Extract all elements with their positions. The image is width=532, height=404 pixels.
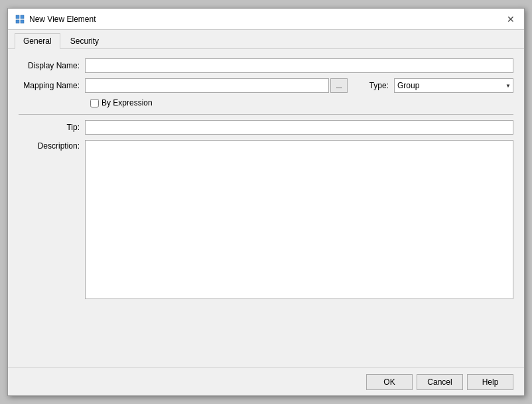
display-name-row: Display Name: [19,58,513,73]
tip-label: Tip: [19,123,85,132]
by-expression-label[interactable]: By Expression [101,98,153,107]
by-expression-checkbox[interactable] [90,99,99,107]
tab-general[interactable]: General [15,33,60,49]
description-textarea[interactable] [85,140,513,299]
display-name-input[interactable] [85,58,513,73]
svg-rect-1 [21,15,24,19]
tip-input[interactable] [85,120,513,135]
dialog-title: New View Element [29,15,96,24]
mapping-name-row: Mapping Name: ... Type: Group Field Labe… [19,78,513,93]
view-element-icon [15,14,25,25]
description-label: Description: [19,140,85,151]
type-select[interactable]: Group Field Label Button Panel [394,78,513,93]
mapping-name-input[interactable] [85,78,329,93]
svg-rect-2 [16,20,19,23]
tab-security[interactable]: Security [62,33,107,49]
svg-rect-3 [21,20,24,23]
tab-content: Display Name: Mapping Name: ... Type: Gr… [8,49,524,368]
cancel-button[interactable]: Cancel [417,374,463,390]
help-button[interactable]: Help [467,374,513,390]
title-bar: New View Element ✕ [8,9,524,30]
tabs-bar: General Security [8,30,524,49]
title-bar-left: New View Element [15,14,96,25]
ok-button[interactable]: OK [366,374,413,390]
new-view-element-dialog: New View Element ✕ General Security Disp… [7,8,525,396]
display-name-label: Display Name: [19,61,85,70]
footer: OK Cancel Help [8,368,524,395]
divider [19,114,513,115]
tip-row: Tip: [19,120,513,135]
type-label: Type: [354,81,394,90]
type-select-wrapper: Group Field Label Button Panel [394,78,513,93]
by-expression-row: By Expression [90,98,513,107]
description-row: Description: [19,140,513,299]
mapping-name-label: Mapping Name: [19,81,85,90]
svg-rect-0 [16,15,19,19]
browse-button[interactable]: ... [330,78,348,93]
close-button[interactable]: ✕ [504,13,517,26]
